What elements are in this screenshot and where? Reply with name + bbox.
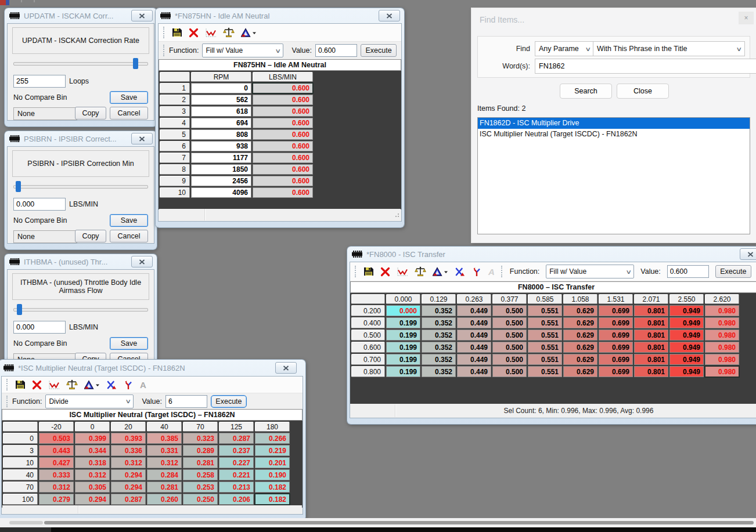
close-icon[interactable] [275, 362, 297, 374]
grid-cell[interactable]: 0.980 [705, 330, 739, 341]
function-combo[interactable]: Fill w/ Value∨ [202, 44, 283, 57]
grid-cell[interactable]: 0.312 [111, 457, 146, 468]
toolbar-grip[interactable] [6, 379, 8, 390]
grid-cell[interactable]: 0.500 [492, 330, 527, 341]
grid-cell[interactable]: 0.000 [386, 305, 420, 316]
grid-cell[interactable]: 0.199 [386, 366, 420, 377]
grid-cell[interactable]: 0.281 [147, 482, 182, 493]
row-header[interactable]: 70 [3, 482, 38, 493]
result-item[interactable]: ISC Multiplier Neutral (Target ISCDC) - … [478, 129, 750, 140]
grid-cell[interactable]: 0.801 [634, 366, 668, 377]
grid-cell[interactable]: 1177 [191, 153, 251, 163]
grid-cell[interactable]: 0.323 [183, 433, 218, 444]
column-header[interactable]: 20 [111, 422, 146, 432]
grid-cell[interactable]: 694 [191, 118, 251, 128]
column-header[interactable]: 0.263 [457, 294, 491, 304]
grid-cell[interactable]: 0.250 [183, 494, 218, 505]
row-header[interactable]: 0.600 [351, 342, 385, 353]
grid-cell[interactable]: 0.352 [422, 317, 456, 328]
delete-icon[interactable] [32, 379, 42, 390]
scales-icon[interactable] [223, 27, 235, 38]
slider-thumb[interactable] [16, 181, 21, 192]
grid-cell[interactable]: 0.600 [253, 176, 313, 186]
graph-icon[interactable] [397, 266, 408, 277]
column-header[interactable]: 1.531 [599, 294, 633, 304]
column-header[interactable]: 125 [219, 422, 254, 432]
grid-cell[interactable]: 0.600 [253, 95, 313, 105]
grid-cell[interactable]: 0.289 [183, 445, 218, 456]
grid-cell[interactable]: 0.503 [39, 433, 74, 444]
grid-cell[interactable]: 0.333 [39, 469, 74, 480]
grid-cell[interactable]: 0.600 [253, 83, 313, 93]
grid-cell[interactable]: 0.294 [111, 482, 146, 493]
scrollbar-segment[interactable] [9, 521, 43, 524]
save-button[interactable]: Save [110, 91, 148, 104]
grid-cell[interactable]: 0.279 [39, 494, 74, 505]
toolbar-grip[interactable] [6, 396, 8, 407]
row-header[interactable]: 0.700 [351, 354, 385, 365]
grid-cell[interactable]: 0.699 [599, 342, 633, 353]
grid-cell[interactable]: 0.352 [422, 354, 456, 365]
toolbar-grip[interactable] [501, 266, 502, 277]
grid-cell[interactable]: 0.253 [183, 482, 218, 493]
close-icon[interactable] [740, 248, 756, 260]
grid-cell[interactable]: 0.629 [563, 317, 597, 328]
grid-cell[interactable]: 0.699 [599, 330, 633, 341]
column-header[interactable]: 40 [147, 422, 182, 432]
copy-button[interactable]: Copy [75, 230, 106, 243]
grid-cell[interactable]: 2456 [191, 176, 251, 186]
grid-cell[interactable]: 0.266 [255, 433, 290, 444]
row-header[interactable]: 0.500 [351, 330, 385, 341]
column-header[interactable]: 1.058 [563, 294, 597, 304]
titlebar[interactable]: UPDATM - ISCKAM Corr... [7, 8, 154, 23]
grid-cell[interactable]: 0.213 [219, 482, 254, 493]
horizontal-scrollbar[interactable] [0, 518, 756, 527]
row-header[interactable]: 2 [160, 95, 190, 105]
row-header[interactable]: 0 [3, 433, 38, 444]
grid-cell[interactable]: 4096 [191, 187, 251, 198]
delta-icon[interactable] [433, 266, 448, 277]
grid-cell[interactable]: 0.312 [75, 469, 110, 480]
grid-cell[interactable]: 0.551 [528, 342, 562, 353]
column-header[interactable]: 0 [75, 422, 110, 432]
grid-cell[interactable]: 0.500 [492, 305, 527, 316]
column-header[interactable]: -20 [39, 422, 74, 432]
grid-cell[interactable]: 0.182 [255, 482, 290, 493]
grid-cell[interactable]: 0.699 [599, 366, 633, 377]
grid-cell[interactable]: 0.449 [457, 317, 491, 328]
grid-cell[interactable]: 0.258 [183, 469, 218, 480]
value-slider[interactable] [13, 62, 148, 66]
grid-cell[interactable]: 0.449 [457, 330, 491, 341]
grid-cell[interactable]: 0.500 [492, 354, 527, 365]
grid-cell[interactable]: 1850 [191, 164, 251, 175]
grid-cell[interactable]: 0.385 [147, 433, 182, 444]
slider-thumb[interactable] [133, 58, 138, 69]
grid-cell[interactable]: 0.284 [147, 469, 182, 480]
grid-cell[interactable]: 0.801 [634, 342, 668, 353]
row-header[interactable]: 10 [3, 457, 38, 468]
value-slider[interactable] [13, 308, 148, 312]
graph-icon[interactable] [205, 27, 217, 38]
row-header[interactable]: 0.400 [351, 317, 385, 328]
close-icon[interactable] [379, 10, 400, 21]
grid-cell[interactable]: 0.801 [634, 354, 668, 365]
save-icon[interactable] [363, 266, 374, 277]
grid-cell[interactable]: 0.699 [599, 317, 633, 328]
column-header[interactable]: 180 [255, 422, 290, 432]
grid-cell[interactable]: 0.199 [386, 342, 420, 353]
titlebar[interactable]: PSIBRN - IPSIBR Correct... [7, 131, 154, 146]
value-field[interactable] [13, 321, 66, 334]
label-disabled-icon[interactable]: A [488, 266, 495, 277]
scales-icon[interactable] [66, 379, 78, 390]
grid-cell[interactable]: 0.312 [147, 457, 182, 468]
y-axis-icon[interactable] [471, 266, 482, 277]
grid-cell[interactable]: 938 [191, 141, 251, 151]
grid-cell[interactable]: 0.294 [75, 494, 110, 505]
grid-cell[interactable]: 0.500 [492, 366, 527, 377]
grid-cell[interactable]: 0.600 [253, 106, 313, 117]
grid-cell[interactable]: 0.182 [255, 494, 290, 505]
column-header[interactable]: 0.129 [422, 294, 456, 304]
close-icon[interactable] [131, 133, 153, 144]
row-header[interactable]: 6 [160, 141, 190, 151]
grid-cell[interactable]: 0.201 [255, 457, 290, 468]
